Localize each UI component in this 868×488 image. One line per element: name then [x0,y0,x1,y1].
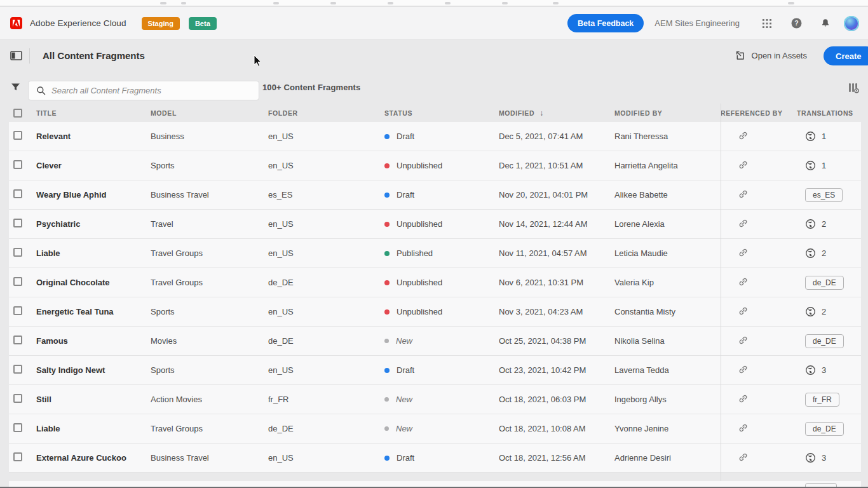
status-cell: Draft [384,190,499,200]
status-cell: Unpublished [384,161,499,170]
fragment-model: Sports [151,365,175,375]
table-row[interactable]: Original Chocolate Travel Groups de_DE U… [9,268,861,297]
table-row[interactable]: External Azure Cuckoo Business Travel en… [9,444,861,473]
open-in-assets-label: Open in Assets [752,51,807,60]
fragment-model: Business [151,132,184,141]
reference-link-icon[interactable] [737,130,749,142]
fragment-model: Travel Groups [151,278,203,287]
fragment-folder: en_US [268,307,294,316]
modified-date: Dec 5, 2021, 07:41 AM [499,132,583,141]
reference-link-icon[interactable] [737,422,749,434]
sort-descending-icon: ↓ [539,109,544,118]
reference-link-icon[interactable] [737,276,749,288]
select-all-checkbox[interactable] [13,109,22,118]
fragment-model: Travel [151,219,173,229]
user-avatar[interactable] [844,16,859,31]
globe-icon [805,131,816,142]
column-header-modified-by[interactable]: MODIFIED BY [614,109,721,117]
modified-date: Nov 11, 2021, 04:57 AM [499,248,587,258]
table-row[interactable]: Energetic Teal Tuna Sports en_US Unpubli… [9,297,861,327]
globe-icon [805,219,816,229]
row-checkbox[interactable] [13,452,22,461]
column-header-title[interactable]: TITLE [36,109,151,117]
row-checkbox[interactable] [13,365,22,374]
bell-icon[interactable] [813,13,837,34]
fragment-folder: en_US [268,161,294,170]
reference-link-icon[interactable] [737,188,749,200]
view-settings-icon[interactable] [844,79,863,97]
reference-link-icon[interactable] [737,305,749,317]
row-checkbox[interactable] [13,248,22,257]
fragment-title: Liable [36,424,60,433]
table-row[interactable]: Liable Travel Groups en_US Published Nov… [9,239,861,268]
row-checkbox[interactable] [13,131,22,140]
status-cell: Unpublished [384,307,499,316]
status-dot-icon [384,397,389,402]
modified-date: Oct 18, 2021, 12:56 AM [499,453,586,463]
table-row[interactable]: Clever Sports en_US Unpublished Dec 1, 2… [9,151,861,180]
row-checkbox[interactable] [13,189,22,198]
reference-link-icon[interactable] [737,334,749,346]
help-icon[interactable]: ? [784,13,808,34]
table-row[interactable]: Weary Blue Aphid Business Travel es_ES D… [9,180,861,210]
row-checkbox[interactable] [13,423,22,432]
column-header-translations[interactable]: TRANSLATIONS [797,109,861,117]
search-input[interactable] [46,86,259,95]
fragment-model: Sports [151,307,175,316]
partial-next-row [9,481,861,487]
row-checkbox[interactable] [13,277,22,286]
fragment-folder: en_US [268,219,294,229]
table-row[interactable]: Relevant Business en_US Draft Dec 5, 202… [9,122,861,151]
status-dot-icon [384,368,390,373]
row-checkbox[interactable] [13,336,22,344]
create-button[interactable]: Create [824,46,868,65]
organization-name[interactable]: AEM Sites Engineering [654,18,740,28]
row-checkbox[interactable] [13,394,22,403]
table-row[interactable]: Salty Indigo Newt Sports en_US Draft Oct… [9,356,861,385]
column-header-folder[interactable]: FOLDER [268,109,384,117]
row-checkbox[interactable] [13,219,22,227]
open-in-assets-button[interactable]: Open in Assets [735,50,807,62]
environment-badge: Staging [142,17,180,30]
column-header-modified[interactable]: MODIFIED↓ [499,109,614,118]
reference-link-icon[interactable] [737,393,749,405]
column-header-label: TRANSLATIONS [797,109,853,117]
modified-by: Laverna Tedda [614,365,669,375]
status-label: Draft [397,453,414,463]
reference-link-icon[interactable] [737,159,749,171]
reference-link-icon[interactable] [737,363,749,376]
reference-link-icon[interactable] [737,217,749,229]
status-dot-icon [384,339,389,343]
status-dot-icon [384,251,390,256]
column-header-model[interactable]: MODEL [151,109,268,117]
reference-link-icon[interactable] [737,247,749,259]
status-dot-icon [384,456,390,461]
modified-date: Nov 20, 2021, 04:01 PM [499,190,588,200]
toggle-rail-icon[interactable] [6,47,25,65]
row-checkbox[interactable] [13,160,22,169]
status-label: New [396,395,412,404]
adobe-logo-icon [10,17,23,29]
column-header-status[interactable]: STATUS [384,109,499,117]
column-header-referenced-by[interactable]: REFERENCED BY [721,109,797,117]
reference-link-icon[interactable] [737,451,749,463]
apps-grid-icon[interactable] [755,13,779,34]
fragment-title: Salty Indigo Newt [36,365,105,375]
fragment-folder: en_US [268,132,294,141]
locale-chip: de_DE [805,334,844,348]
modified-date: Oct 18, 2021, 06:03 PM [499,395,586,404]
filter-icon[interactable] [6,78,24,96]
table-row[interactable]: Liable Travel Groups de_DE New Oct 18, 2… [9,414,861,444]
column-header-label: MODIFIED BY [614,109,662,117]
top-app-bar: Adobe Experience Cloud Staging Beta Beta… [0,7,868,40]
status-cell: Unpublished [384,278,499,287]
select-all-checkbox-cell [9,109,36,118]
table-row[interactable]: Psychiatric Travel en_US Unpublished Nov… [9,210,861,239]
table-row[interactable]: Still Action Movies fr_FR New Oct 18, 20… [9,385,861,414]
fragment-title: Weary Blue Aphid [36,190,107,200]
row-checkbox[interactable] [13,306,22,315]
table-row[interactable]: Famous Movies de_DE New Oct 25, 2021, 04… [9,327,861,356]
beta-feedback-button[interactable]: Beta Feedback [567,14,644,32]
fragment-folder: en_US [268,248,294,258]
locale-chip: es_ES [805,188,843,202]
